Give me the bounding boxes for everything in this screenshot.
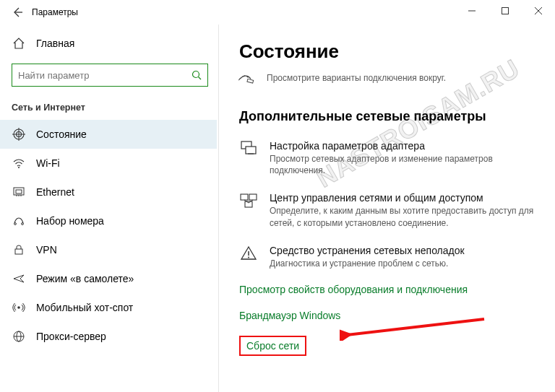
sidebar-item-label: Мобильный хот-спот: [36, 302, 133, 313]
sidebar-item-label: Wi-Fi: [36, 157, 60, 169]
sidebar-item-wifi[interactable]: Wi-Fi: [12, 149, 208, 178]
settings-window: Параметры Главная Сеть и Интернет: [0, 0, 555, 392]
home-label: Главная: [36, 38, 74, 49]
ethernet-icon: [12, 186, 26, 199]
svg-rect-28: [249, 194, 257, 200]
titlebar: Параметры: [0, 0, 555, 25]
svg-rect-18: [15, 249, 22, 254]
sidebar-item-proxy[interactable]: Прокси-сервер: [12, 322, 208, 351]
minimize-button[interactable]: [455, 0, 489, 22]
window-controls: [455, 0, 555, 22]
adapter-title: Настройка параметров адаптера: [270, 140, 538, 152]
adapter-settings[interactable]: Настройка параметров адаптера Просмотр с…: [239, 140, 538, 176]
close-icon: [535, 7, 542, 14]
maximize-button[interactable]: [489, 0, 522, 22]
sharing-desc: Определите, к каким данным вы хотите пре…: [270, 205, 538, 228]
sharing-center[interactable]: Центр управления сетями и общим доступом…: [239, 192, 538, 228]
svg-point-17: [22, 223, 24, 225]
sharing-title: Центр управления сетями и общим доступом: [270, 192, 538, 204]
subheading: Дополнительные сетевые параметры: [239, 109, 538, 124]
sidebar-item-label: Режим «в самолете»: [36, 273, 134, 284]
svg-rect-27: [241, 194, 248, 200]
back-arrow-icon: [12, 6, 23, 18]
sidebar-item-status[interactable]: Состояние: [0, 120, 217, 149]
adapter-icon: [239, 140, 258, 157]
sidebar-item-airplane[interactable]: Режим «в самолете»: [12, 264, 208, 293]
home-nav[interactable]: Главная: [12, 29, 208, 58]
airplane-icon: [12, 272, 26, 285]
dialup-icon: [12, 214, 26, 227]
sidebar-item-label: VPN: [36, 244, 57, 256]
window-title: Параметры: [32, 7, 78, 17]
home-icon: [12, 37, 26, 50]
trouble-desc: Диагностика и устранение проблем с сетью…: [270, 258, 465, 269]
page-heading: Состояние: [239, 40, 538, 63]
scan-row[interactable]: Просмотрите варианты подключения вокруг.: [239, 73, 538, 84]
svg-rect-25: [246, 147, 256, 154]
sidebar-nav: Состояние Wi-Fi Ethernet Набор номера VP…: [12, 120, 208, 351]
proxy-icon: [12, 330, 26, 343]
sidebar-item-ethernet[interactable]: Ethernet: [12, 178, 208, 206]
svg-point-4: [193, 71, 199, 78]
svg-line-5: [199, 77, 202, 80]
svg-rect-23: [247, 79, 254, 83]
scan-desc: Просмотрите варианты подключения вокруг.: [267, 73, 446, 83]
svg-point-19: [17, 306, 20, 309]
close-button[interactable]: [522, 0, 555, 22]
svg-point-33: [248, 256, 249, 258]
trouble-title: Средство устранения сетевых неполадок: [270, 245, 465, 256]
sidebar: Главная Сеть и Интернет Состояние Wi-Fi: [0, 25, 217, 392]
svg-point-16: [14, 223, 17, 225]
content-pane: Состояние Просмотрите варианты подключен…: [219, 25, 555, 392]
search-icon: [192, 70, 202, 80]
status-icon: [12, 128, 26, 141]
sidebar-item-vpn[interactable]: VPN: [12, 235, 208, 264]
svg-rect-12: [16, 190, 22, 193]
sidebar-item-dialup[interactable]: Набор номера: [12, 206, 208, 235]
troubleshooter[interactable]: Средство устранения сетевых неполадок Ди…: [239, 245, 538, 269]
minimize-icon: [468, 7, 476, 14]
vpn-icon: [12, 243, 26, 256]
svg-rect-1: [502, 8, 509, 14]
hotspot-icon: [12, 301, 26, 314]
maximize-icon: [502, 7, 509, 14]
wifi-icon: [12, 157, 26, 170]
sharing-icon: [239, 192, 258, 209]
firewall-link[interactable]: Брандмауэр Windows: [239, 310, 538, 321]
back-button[interactable]: [6, 0, 29, 25]
sidebar-item-label: Ethernet: [36, 186, 74, 198]
hardware-properties-link[interactable]: Просмотр свойств оборудования и подключе…: [239, 284, 538, 295]
warning-icon: [239, 245, 258, 262]
search-input[interactable]: [18, 70, 192, 81]
sidebar-section-label: Сеть и Интернет: [12, 103, 208, 113]
search-box[interactable]: [12, 64, 208, 87]
sidebar-item-label: Прокси-сервер: [36, 331, 106, 342]
svg-point-10: [18, 167, 20, 168]
sidebar-item-label: Состояние: [36, 129, 87, 140]
svg-rect-29: [245, 201, 252, 207]
sidebar-item-label: Набор номера: [36, 215, 104, 227]
sidebar-item-hotspot[interactable]: Мобильный хот-спот: [12, 293, 208, 322]
satellite-icon: [238, 71, 256, 86]
adapter-desc: Просмотр сетевых адаптеров и изменение п…: [270, 153, 538, 176]
network-reset-link[interactable]: Сброс сети: [239, 336, 306, 356]
